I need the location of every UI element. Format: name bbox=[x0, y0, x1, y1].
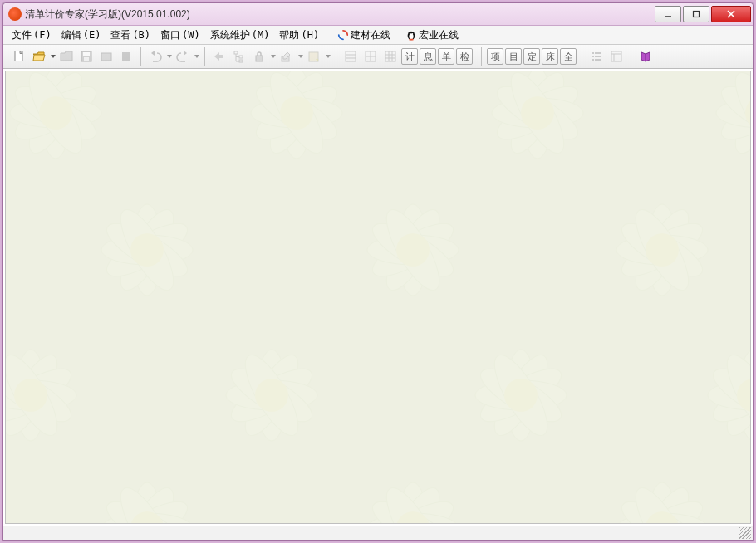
app-icon bbox=[8, 7, 22, 21]
toolbar: 计 息 单 检 项 目 定 床 全 bbox=[3, 45, 753, 69]
svg-rect-36 bbox=[592, 59, 594, 61]
lock-dropdown[interactable] bbox=[270, 54, 276, 59]
cjk-chuang[interactable]: 床 bbox=[542, 48, 558, 65]
new-button[interactable] bbox=[10, 47, 28, 66]
undo-button[interactable] bbox=[146, 47, 164, 66]
svg-rect-32 bbox=[592, 52, 594, 54]
menubar: 文件(F) 编辑(E) 查看(B) 窗口(W) 系统维护(M) 帮助(H) 建材… bbox=[3, 26, 753, 45]
window-title: 清单计价专家(学习版)(V2015.01.002) bbox=[25, 7, 655, 22]
edit-layer-dropdown[interactable] bbox=[297, 54, 303, 59]
cjk-ji[interactable]: 计 bbox=[401, 48, 418, 65]
menu-help[interactable]: 帮助(H) bbox=[274, 27, 324, 44]
redo-dropdown[interactable] bbox=[194, 54, 199, 59]
svg-rect-34 bbox=[592, 56, 594, 57]
svg-rect-17 bbox=[239, 60, 243, 62]
svg-point-5 bbox=[410, 33, 414, 39]
tree-button[interactable] bbox=[230, 47, 248, 66]
svg-rect-12 bbox=[84, 57, 89, 61]
svg-rect-8 bbox=[410, 39, 414, 41]
svg-rect-16 bbox=[239, 56, 243, 58]
note-button[interactable] bbox=[305, 47, 323, 66]
back-arrow-button[interactable] bbox=[210, 47, 228, 66]
content-area bbox=[5, 71, 751, 524]
svg-rect-33 bbox=[595, 52, 601, 54]
window-controls bbox=[655, 6, 751, 22]
stop-button[interactable] bbox=[117, 47, 135, 66]
grid3-button[interactable] bbox=[381, 47, 400, 66]
edit-layer-button[interactable] bbox=[277, 47, 296, 66]
app-window: 清单计价专家(学习版)(V2015.01.002) 文件(F) 编辑(E) 查看… bbox=[2, 2, 754, 541]
svg-point-6 bbox=[410, 33, 410, 34]
svg-rect-18 bbox=[256, 56, 263, 61]
close-button[interactable] bbox=[711, 6, 751, 22]
folder2-button[interactable] bbox=[97, 47, 115, 66]
lock-button[interactable] bbox=[250, 47, 268, 66]
svg-rect-11 bbox=[83, 52, 90, 56]
detail-view-button[interactable] bbox=[607, 47, 626, 66]
svg-rect-35 bbox=[595, 56, 601, 57]
open-dropdown[interactable] bbox=[50, 54, 56, 59]
folder-button[interactable] bbox=[57, 47, 76, 66]
svg-rect-37 bbox=[595, 59, 601, 61]
menu-file[interactable]: 文件(F) bbox=[7, 27, 56, 44]
menu-window[interactable]: 窗口(W) bbox=[155, 27, 205, 44]
menu-edit[interactable]: 编辑(E) bbox=[56, 27, 106, 44]
swirl-icon bbox=[337, 29, 349, 41]
maximize-button[interactable] bbox=[683, 6, 709, 22]
svg-rect-38 bbox=[611, 51, 621, 61]
cjk-ding[interactable]: 定 bbox=[523, 48, 540, 65]
redo-button[interactable] bbox=[174, 47, 192, 66]
svg-rect-1 bbox=[694, 12, 700, 17]
cjk-xiang[interactable]: 项 bbox=[487, 48, 503, 65]
svg-rect-21 bbox=[346, 51, 356, 61]
cjk-mu[interactable]: 目 bbox=[505, 48, 522, 65]
cjk-quan[interactable]: 全 bbox=[560, 48, 577, 65]
undo-dropdown[interactable] bbox=[166, 54, 172, 59]
note-dropdown[interactable] bbox=[325, 54, 331, 59]
svg-point-7 bbox=[412, 33, 413, 34]
svg-rect-14 bbox=[122, 52, 130, 61]
menu-maintenance[interactable]: 系统维护(M) bbox=[205, 27, 275, 44]
grid2-button[interactable] bbox=[361, 47, 380, 66]
help-book-button[interactable] bbox=[636, 47, 655, 66]
resize-grip[interactable] bbox=[739, 527, 751, 539]
cjk-dan[interactable]: 单 bbox=[438, 48, 454, 65]
cjk-jian[interactable]: 检 bbox=[456, 48, 473, 65]
svg-rect-27 bbox=[385, 51, 395, 61]
titlebar: 清单计价专家(学习版)(V2015.01.002) bbox=[3, 3, 753, 26]
open-button[interactable] bbox=[30, 47, 48, 66]
link-hongye[interactable]: 宏业在线 bbox=[400, 27, 464, 44]
cjk-xi[interactable]: 息 bbox=[420, 48, 436, 65]
statusbar bbox=[3, 526, 753, 540]
svg-rect-15 bbox=[234, 51, 238, 54]
list-view-button[interactable] bbox=[587, 47, 606, 66]
save-button[interactable] bbox=[77, 47, 96, 66]
minimize-button[interactable] bbox=[655, 6, 681, 22]
grid1-button[interactable] bbox=[341, 47, 360, 66]
link-jiancai[interactable]: 建材在线 bbox=[332, 27, 395, 44]
background-pattern bbox=[6, 71, 750, 523]
menu-view[interactable]: 查看(B) bbox=[106, 27, 155, 44]
svg-rect-13 bbox=[101, 53, 111, 61]
penguin-icon bbox=[405, 29, 417, 41]
